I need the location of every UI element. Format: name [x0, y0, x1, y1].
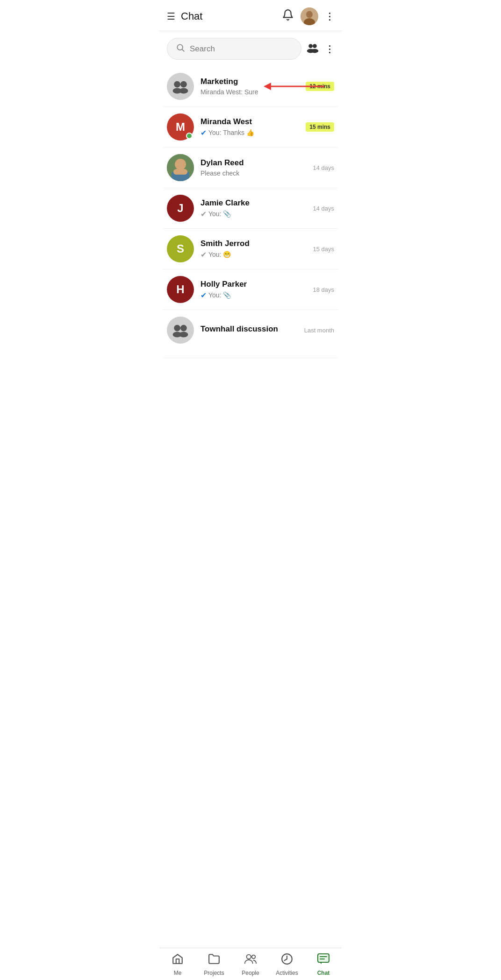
chat-name-miranda: Miranda West	[200, 117, 302, 127]
svg-point-20	[180, 325, 187, 331]
folder-icon	[208, 953, 220, 968]
svg-point-19	[174, 325, 180, 331]
svg-point-22	[179, 331, 188, 337]
chat-meta-miranda: 15 mins	[306, 122, 334, 132]
nav-item-me[interactable]: Me	[159, 948, 196, 980]
time-text-holly: 18 days	[313, 286, 334, 293]
check-icon-miranda: ✔	[200, 128, 207, 137]
avatar-jamie: J	[167, 195, 194, 222]
time-badge-miranda: 15 mins	[306, 122, 334, 132]
chat-item-jamie[interactable]: J Jamie Clarke ✔ You: 📎 14 days	[163, 188, 338, 229]
chat-meta-townhall: Last month	[304, 327, 334, 334]
nav-item-chat[interactable]: Chat	[305, 948, 342, 980]
time-text-townhall: Last month	[304, 327, 334, 334]
menu-icon[interactable]: ☰	[167, 11, 175, 22]
app-header: ☰ Chat ⋮	[159, 0, 342, 31]
search-icon	[176, 43, 185, 55]
activities-icon	[281, 953, 293, 968]
avatar-wrap-jamie: J	[167, 195, 194, 222]
user-avatar[interactable]	[301, 7, 318, 25]
check-icon-holly: ✔	[200, 291, 207, 300]
chat-meta-dylan: 14 days	[313, 164, 334, 171]
chat-info-miranda: Miranda West ✔ You: Thanks 👍	[200, 117, 302, 137]
time-text-dylan: 14 days	[313, 164, 334, 171]
avatar-wrap-smith: S	[167, 235, 194, 262]
check-icon-smith: ✔	[200, 250, 207, 259]
nav-item-people[interactable]: People	[232, 948, 269, 980]
chat-name-townhall: Townhall discussion	[200, 324, 301, 334]
nav-label-projects: Projects	[204, 970, 224, 976]
chat-preview-jamie: ✔ You: 📎	[200, 210, 309, 219]
svg-point-3	[177, 44, 183, 50]
nav-item-activities[interactable]: Activities	[269, 948, 305, 980]
chat-list: Marketing Miranda West: Sure 12 mins M M…	[159, 66, 342, 358]
chat-name-dylan: Dylan Reed	[200, 158, 309, 168]
time-text-jamie: 14 days	[313, 205, 334, 212]
bell-icon[interactable]	[282, 9, 294, 24]
svg-point-12	[179, 88, 188, 93]
avatar-wrap-miranda: M	[167, 113, 194, 141]
chat-name-jamie: Jamie Clarke	[200, 198, 309, 208]
people-icon	[244, 953, 257, 968]
page-title: Chat	[181, 10, 282, 22]
chat-preview-dylan: Please check	[200, 169, 309, 177]
chat-item-townhall[interactable]: Townhall discussion Last month	[163, 310, 338, 358]
avatar-wrap-dylan	[167, 154, 194, 181]
avatar-wrap-marketing	[167, 73, 194, 100]
chat-item-marketing[interactable]: Marketing Miranda West: Sure 12 mins	[163, 66, 338, 107]
search-input[interactable]	[190, 44, 293, 54]
chat-item-smith[interactable]: S Smith Jerrod ✔ You: 😁 15 days	[163, 229, 338, 269]
svg-line-4	[182, 49, 185, 52]
header-actions: ⋮	[282, 7, 334, 25]
chat-preview-holly: ✔ You: 📎	[200, 291, 309, 300]
avatar-townhall	[167, 317, 194, 344]
nav-label-activities: Activities	[276, 970, 298, 976]
avatar-wrap-holly: H	[167, 276, 194, 303]
chat-info-marketing: Marketing Miranda West: Sure	[200, 77, 302, 96]
check-icon-jamie: ✔	[200, 210, 207, 219]
chat-name-marketing: Marketing	[200, 77, 302, 86]
search-more-icon[interactable]: ⋮	[325, 43, 334, 55]
nav-label-me: Me	[174, 970, 182, 976]
svg-point-23	[247, 955, 251, 959]
avatar-marketing	[167, 73, 194, 100]
svg-point-5	[308, 44, 313, 48]
chat-meta-holly: 18 days	[313, 286, 334, 293]
svg-point-10	[180, 81, 187, 88]
chat-preview-miranda: ✔ You: Thanks 👍	[200, 128, 302, 137]
chat-item-dylan[interactable]: Dylan Reed Please check 14 days	[163, 148, 338, 188]
home-icon	[172, 953, 184, 968]
svg-point-9	[174, 81, 180, 88]
online-dot-miranda	[186, 133, 193, 139]
svg-point-24	[252, 955, 255, 959]
svg-rect-26	[318, 954, 329, 962]
svg-point-8	[311, 49, 319, 53]
avatar-smith: S	[167, 235, 194, 262]
chat-preview-marketing: Miranda West: Sure	[200, 88, 302, 96]
nav-label-people: People	[242, 970, 259, 976]
chat-item-miranda[interactable]: M Miranda West ✔ You: Thanks 👍 15 mins	[163, 107, 338, 148]
svg-point-6	[313, 44, 317, 48]
chat-meta-smith: 15 days	[313, 246, 334, 253]
avatar-holly: H	[167, 276, 194, 303]
chat-item-holly[interactable]: H Holly Parker ✔ You: 📎 18 days	[163, 269, 338, 310]
header-more-icon[interactable]: ⋮	[325, 11, 334, 22]
chat-meta-marketing: 12 mins	[306, 82, 334, 91]
search-bar[interactable]	[167, 38, 301, 60]
group-icon[interactable]	[306, 42, 319, 56]
svg-rect-18	[173, 169, 187, 175]
search-container: ⋮	[159, 31, 342, 66]
chat-icon	[317, 953, 330, 968]
svg-point-1	[306, 11, 313, 18]
chat-name-smith: Smith Jerrod	[200, 239, 309, 248]
chat-info-townhall: Townhall discussion	[200, 324, 301, 336]
avatar-wrap-townhall	[167, 317, 194, 344]
nav-item-projects[interactable]: Projects	[196, 948, 232, 980]
chat-info-holly: Holly Parker ✔ You: 📎	[200, 280, 309, 300]
chat-preview-smith: ✔ You: 😁	[200, 250, 309, 259]
svg-point-16	[175, 159, 186, 170]
chat-meta-jamie: 14 days	[313, 205, 334, 212]
time-badge-marketing: 12 mins	[306, 82, 334, 91]
chat-info-dylan: Dylan Reed Please check	[200, 158, 309, 177]
chat-info-jamie: Jamie Clarke ✔ You: 📎	[200, 198, 309, 219]
